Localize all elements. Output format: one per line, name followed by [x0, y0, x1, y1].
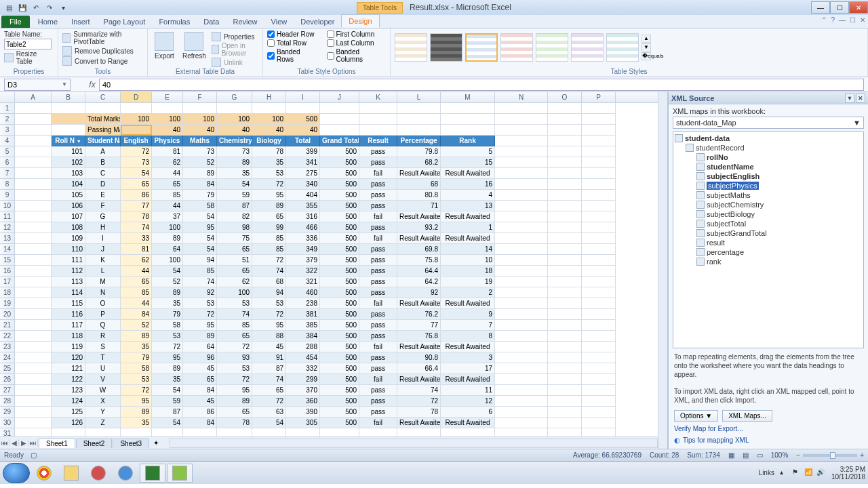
table-style-5[interactable] [536, 33, 568, 62]
table-style-7[interactable] [606, 33, 639, 62]
tray-up-icon[interactable]: ▴ [780, 468, 789, 478]
tab-page-layout[interactable]: Page Layout [97, 16, 153, 28]
view-layout-icon[interactable]: ▤ [743, 451, 749, 459]
col-M[interactable]: M [441, 92, 495, 102]
banded-cols-check[interactable] [327, 52, 334, 60]
taskbar-clock[interactable]: 3:25 PM 10/11/2018 [831, 466, 865, 481]
sheet-tab-3[interactable]: Sheet3 [113, 439, 149, 448]
sheet-nav-last-icon[interactable]: ⏭ [28, 439, 38, 447]
resize-table-button[interactable]: Resize Table [16, 50, 54, 65]
status-links[interactable]: Links [759, 469, 774, 476]
view-break-icon[interactable]: ▭ [757, 451, 763, 459]
sheet-nav-next-icon[interactable]: ▶ [19, 439, 28, 447]
name-box[interactable]: D3▼ [4, 79, 71, 91]
excel-icon[interactable]: ▤ [3, 1, 15, 14]
col-E[interactable]: E [152, 92, 183, 102]
table-style-4[interactable] [500, 33, 533, 62]
table-style-6[interactable] [571, 33, 604, 62]
zoom-out-icon[interactable]: − [796, 451, 800, 459]
col-L[interactable]: L [397, 92, 441, 102]
col-K[interactable]: K [359, 92, 397, 102]
grid[interactable]: 12Total Marks1001001001001005003Passing … [0, 103, 658, 436]
zoom-level[interactable]: 100% [771, 451, 789, 459]
start-button[interactable] [3, 463, 30, 483]
pivot-button[interactable]: Summarize with PivotTable [73, 30, 143, 45]
xml-pane-dropdown-icon[interactable]: ▼ [845, 94, 854, 103]
taskbar-app-icon[interactable] [85, 464, 111, 483]
col-N[interactable]: N [495, 92, 548, 102]
maximize-button[interactable]: ☐ [830, 1, 849, 14]
refresh-button[interactable]: Refresh [180, 30, 209, 67]
tray-network-icon[interactable]: 📶 [804, 468, 814, 478]
taskbar-excel-icon[interactable] [140, 464, 165, 483]
sheet-nav-first-icon[interactable]: ⏮ [0, 439, 9, 447]
col-H[interactable]: H [252, 92, 286, 102]
tab-review[interactable]: Review [226, 16, 264, 28]
col-A[interactable]: A [15, 92, 52, 102]
col-G[interactable]: G [217, 92, 252, 102]
fx-icon[interactable]: fx [85, 80, 99, 89]
xml-pane-close-icon[interactable]: ✕ [856, 94, 865, 103]
table-style-1[interactable] [395, 33, 427, 62]
taskbar-ie-icon[interactable] [113, 464, 138, 483]
help-icon[interactable]: ? [831, 16, 835, 24]
column-headers[interactable]: A B C D E F G H I J K L M N O P [0, 92, 658, 103]
formula-input[interactable] [99, 79, 864, 91]
view-normal-icon[interactable]: ▦ [728, 451, 734, 459]
sheet-nav-prev-icon[interactable]: ◀ [9, 439, 19, 447]
tray-volume-icon[interactable]: 🔊 [816, 468, 826, 478]
minimize-button[interactable]: — [811, 1, 830, 14]
horizontal-scrollbar[interactable] [170, 439, 658, 448]
tray-flag-icon[interactable]: ⚑ [792, 468, 802, 478]
close-button[interactable]: ✕ [849, 1, 868, 14]
tab-design[interactable]: Design [341, 14, 379, 28]
sheet-tab-2[interactable]: Sheet2 [76, 439, 113, 448]
xml-map-select[interactable]: student-data_Map▼ [673, 117, 864, 129]
tab-home[interactable]: Home [31, 16, 64, 28]
doc-restore-icon[interactable]: ☐ [850, 16, 856, 24]
xml-tree[interactable]: student-datastudentRecordrollNostudentNa… [673, 131, 864, 348]
name-box-dropdown-icon[interactable]: ▼ [62, 81, 67, 87]
save-icon[interactable]: 💾 [16, 1, 28, 14]
styles-more-icon[interactable]: �equals [642, 52, 651, 60]
taskbar-app2-icon[interactable] [167, 464, 193, 483]
remove-dup-button[interactable]: Remove Duplicates [75, 47, 134, 55]
first-col-check[interactable] [327, 30, 334, 38]
taskbar-explorer-icon[interactable] [58, 464, 84, 483]
system-tray[interactable]: ▴ ⚑ 📶 🔊 [780, 468, 826, 478]
col-D[interactable]: D [121, 92, 152, 102]
redo-icon[interactable]: ↷ [43, 1, 56, 14]
vertical-scrollbar[interactable] [658, 92, 667, 449]
qat-dropdown-icon[interactable]: ▾ [57, 1, 69, 14]
export-button[interactable]: Export [152, 30, 177, 67]
macro-record-icon[interactable]: ▢ [31, 451, 37, 459]
table-style-2[interactable] [430, 33, 462, 62]
styles-down-icon[interactable]: ▼ [642, 43, 651, 52]
undo-icon[interactable]: ↶ [30, 1, 42, 14]
doc-minimize-icon[interactable]: — [839, 16, 846, 24]
tab-data[interactable]: Data [197, 16, 226, 28]
col-B[interactable]: B [52, 92, 85, 102]
zoom-slider[interactable] [803, 454, 857, 457]
col-O[interactable]: O [548, 92, 582, 102]
xml-verify-link[interactable]: Verify Map for Export... [673, 423, 864, 434]
last-col-check[interactable] [327, 39, 334, 47]
col-P[interactable]: P [582, 92, 616, 102]
col-F[interactable]: F [183, 92, 217, 102]
header-row-check[interactable] [267, 30, 275, 38]
sheet-tab-1[interactable]: Sheet1 [39, 439, 75, 448]
styles-up-icon[interactable]: ▲ [642, 35, 651, 43]
tab-insert[interactable]: Insert [64, 16, 97, 28]
col-J[interactable]: J [320, 92, 359, 102]
tab-file[interactable]: File [1, 16, 30, 28]
tab-formulas[interactable]: Formulas [152, 16, 197, 28]
convert-range-button[interactable]: Convert to Range [75, 58, 127, 65]
xml-options-button[interactable]: Options ▼ [674, 410, 718, 422]
table-style-3[interactable] [465, 33, 498, 62]
select-all-corner[interactable] [0, 92, 15, 102]
col-C[interactable]: C [85, 92, 121, 102]
tab-developer[interactable]: Developer [294, 16, 341, 28]
tab-view[interactable]: View [264, 16, 294, 28]
new-sheet-icon[interactable]: ✦ [149, 439, 163, 447]
zoom-in-icon[interactable]: + [860, 451, 864, 459]
